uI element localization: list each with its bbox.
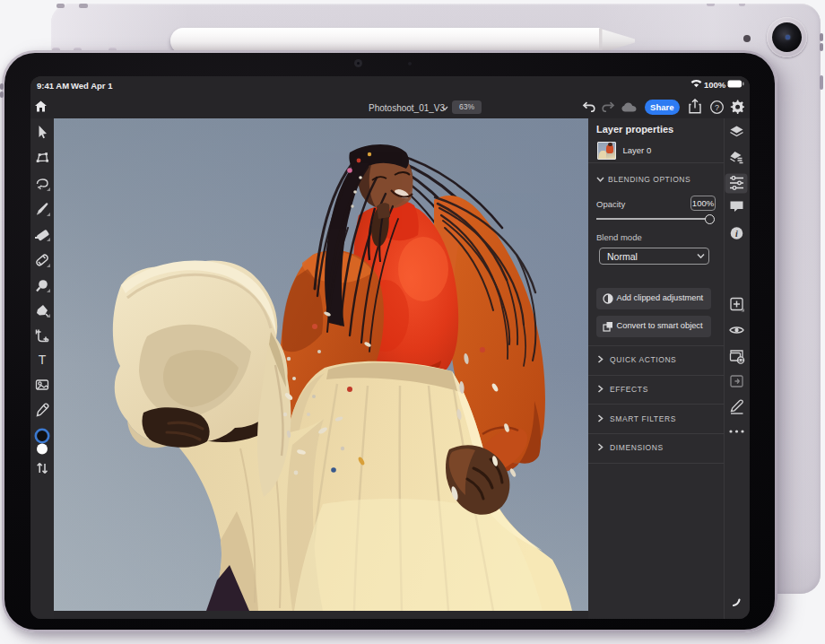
- svg-text:i: i: [735, 229, 738, 239]
- svg-text:?: ?: [715, 103, 719, 112]
- svg-text:T: T: [39, 352, 47, 367]
